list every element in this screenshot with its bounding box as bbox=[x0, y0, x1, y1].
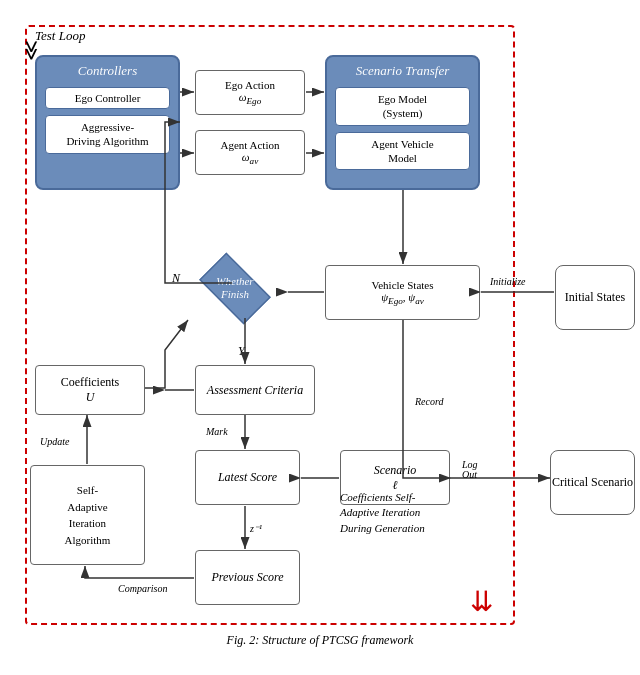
latest-score-box: Latest Score bbox=[195, 450, 300, 505]
previous-score-box: Previous Score bbox=[195, 550, 300, 605]
aggressive-driving-box: Aggressive-Driving Algorithm bbox=[45, 115, 170, 154]
vehicle-states-label: Vehicle States bbox=[371, 279, 433, 291]
initial-states-label: Initial States bbox=[565, 289, 625, 306]
self-adaptive-box: Self-AdaptiveIterationAlgorithm bbox=[30, 465, 145, 565]
assessment-criteria-box: Assessment Criteria bbox=[195, 365, 315, 415]
ego-action-label: Ego Action bbox=[225, 79, 275, 91]
self-adaptive-label: Self-AdaptiveIterationAlgorithm bbox=[65, 482, 111, 548]
coefficients-box: Coefficients U bbox=[35, 365, 145, 415]
agent-action-label: Agent Action bbox=[221, 139, 280, 151]
coefficients-math: U bbox=[86, 390, 95, 405]
scenario-label: Scenario bbox=[374, 463, 417, 478]
fig-caption: Fig. 2: Structure of PTCSG framework bbox=[10, 633, 630, 648]
previous-score-label: Previous Score bbox=[211, 570, 283, 585]
agent-action-math: ωav bbox=[242, 151, 258, 166]
critical-scenario-label: Critical Scenario bbox=[552, 474, 633, 491]
initial-states-box: Initial States bbox=[555, 265, 635, 330]
vehicle-states-math: ψEgo, ψav bbox=[381, 291, 424, 306]
ego-action-math: ωEgo bbox=[239, 91, 262, 106]
scenario-transfer-box: Scenario Transfer Ego Model(System) Agen… bbox=[325, 55, 480, 190]
agent-action-box: Agent Action ωav bbox=[195, 130, 305, 175]
double-arrow-bottom-icon: ⇊ bbox=[470, 585, 493, 618]
latest-score-label: Latest Score bbox=[218, 470, 277, 485]
controllers-label: Controllers bbox=[37, 57, 178, 83]
assessment-criteria-label: Assessment Criteria bbox=[207, 382, 303, 399]
ego-action-box: Ego Action ωEgo bbox=[195, 70, 305, 115]
ego-controller-box: Ego Controller bbox=[45, 87, 170, 109]
controllers-box: Controllers Ego Controller Aggressive-Dr… bbox=[35, 55, 180, 190]
scenario-transfer-label: Scenario Transfer bbox=[327, 57, 478, 83]
vehicle-states-box: Vehicle States ψEgo, ψav bbox=[325, 265, 480, 320]
ego-model-box: Ego Model(System) bbox=[335, 87, 470, 126]
whether-finish-container: WhetherFinish bbox=[185, 258, 285, 318]
coefficients-label: Coefficients bbox=[61, 375, 119, 390]
critical-scenario-box: Critical Scenario bbox=[550, 450, 635, 515]
description-text: Coefficients Self-Adaptive IterationDuri… bbox=[340, 490, 520, 536]
whether-finish-diamond bbox=[199, 252, 271, 324]
agent-vehicle-box: Agent VehicleModel bbox=[335, 132, 470, 171]
